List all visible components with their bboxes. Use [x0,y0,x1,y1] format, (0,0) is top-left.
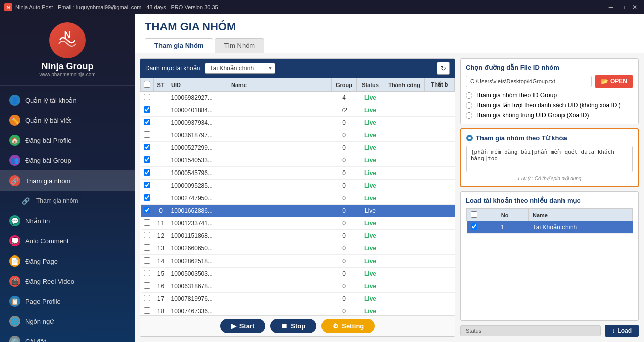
sidebar-item-dang-reel[interactable]: 🎬 Đăng Reel Video [0,271,135,291]
select-all-checkbox[interactable] [144,81,150,88]
table-row[interactable]: 11 10001233741... 0 Live [141,217,455,230]
accounts-select-all[interactable] [471,211,477,218]
row-checkbox[interactable] [144,131,150,138]
row-fail [425,167,455,180]
table-row[interactable]: 10000095285... 0 Live [141,180,455,192]
table-row[interactable]: 18 10007467336... 0 Live [141,305,455,316]
row-status: Live [357,217,384,230]
sidebar-item-cai-dat[interactable]: ⚙️ Cài đặt [0,331,135,342]
row-checkbox-cell [141,268,154,280]
row-group: 0 [332,180,357,192]
page-icon: 📄 [9,255,20,267]
keyword-textarea[interactable] [466,146,633,172]
table-row[interactable]: 12 10001151868... 0 Live [141,230,455,242]
acc-checkbox[interactable] [471,223,477,230]
account-select[interactable]: Tài Khoản chính Tài Khoản phụ [205,63,275,74]
row-checkbox[interactable] [144,169,150,176]
radio-id-group-input[interactable] [466,92,472,99]
sidebar-item-auto-comment[interactable]: 💭 Auto Comment [0,231,135,251]
sidebar-item-quan-ly-bai-viet[interactable]: ✏️ Quản lý bài viết [0,110,135,130]
row-name [228,192,332,205]
tab-tham-gia-nhom[interactable]: Tham gia Nhóm [145,38,213,53]
status-live-badge: Live [364,220,376,227]
radio-by-uid-list[interactable]: Tham gia lần lượt theo danh sách UID (kh… [466,102,633,109]
row-checkbox[interactable] [144,156,150,163]
row-success [384,154,425,167]
table-row[interactable]: 0 10001662886... 0 Live [141,205,455,217]
sidebar-item-nhan-tin[interactable]: 💬 Nhắn tin [0,211,135,231]
sidebar-item-dang-page[interactable]: 📄 Đăng Page [0,251,135,271]
row-checkbox[interactable] [144,307,150,314]
row-checkbox[interactable] [144,295,150,301]
row-checkbox[interactable] [144,106,150,113]
table-row[interactable]: 10000527299... 0 Live [141,142,455,154]
table-row[interactable]: 10003618797... 0 Live [141,129,455,142]
table-row[interactable]: 14 10002862518... 0 Live [141,255,455,268]
start-button[interactable]: ▶ Start [220,319,266,333]
row-fail [425,268,455,280]
row-name [228,167,332,180]
table-row[interactable]: 10000545796... 0 Live [141,167,455,180]
row-checkbox-cell [141,180,154,192]
row-checkbox[interactable] [144,144,150,150]
row-checkbox[interactable] [144,244,150,251]
open-file-button[interactable]: 📂 OPEN [595,75,633,88]
row-checkbox[interactable] [144,270,150,276]
row-name [228,92,332,104]
account-list-row[interactable]: 1 Tài Khoản chính [467,221,633,234]
sidebar-item-dang-bai-profile[interactable]: 🏠 Đăng bài Profile [0,130,135,150]
table-row[interactable]: 17 10007819976... 0 Live [141,293,455,305]
table-row[interactable]: 15 10005003503... 0 Live [141,268,455,280]
row-uid: 10000545796... [168,167,228,180]
setting-button[interactable]: ⚙ Setting [321,319,375,333]
sidebar-item-dang-bai-group[interactable]: 👥 Đăng bài Group [0,150,135,170]
table-row[interactable]: 10001540533... 0 Live [141,154,455,167]
table-row[interactable]: 10000937934... 0 Live [141,117,455,129]
row-checkbox[interactable] [144,119,150,125]
reel-icon: 🎬 [9,276,20,287]
row-fail [425,180,455,192]
table-row[interactable]: 16 10006318678... 0 Live [141,280,455,293]
title-text: Ninja Auto Post - Email : luquynhmai99@g… [15,4,606,10]
tab-tim-nhom[interactable]: Tìm Nhóm [215,38,265,53]
row-uid: 10007467336... [168,305,228,316]
sidebar-item-quan-ly-tai-khoan[interactable]: 👤 Quản lý tài khoản [0,90,135,110]
table-row[interactable]: 10002747950... 0 Live [141,192,455,205]
header-name: Name [228,78,332,92]
status-live-badge: Live [364,94,376,101]
sidebar-item-ngon-ngu[interactable]: 🌐 Ngôn ngữ [0,311,135,331]
row-fail [425,129,455,142]
row-checkbox[interactable] [144,207,150,213]
table-row[interactable]: 10006982927... 4 Live [141,92,455,104]
row-checkbox[interactable] [144,182,150,188]
row-uid: 10006982927... [168,92,228,104]
stop-button[interactable]: ⏹ Stop [270,319,316,333]
row-checkbox-cell [141,192,154,205]
table-footer: ▶ Start ⏹ Stop ⚙ Setting [140,315,455,336]
radio-no-dup-input[interactable] [466,112,472,119]
row-checkbox[interactable] [144,194,150,201]
load-button[interactable]: ↓ Load [605,325,639,337]
table-row[interactable]: 13 10002660650... 0 Live [141,242,455,255]
sidebar-item-tham-gia-nhom-sub[interactable]: 🔗 Tham gia nhóm [0,191,135,211]
refresh-button[interactable]: ↻ [437,62,450,75]
accounts-header-no: No [497,209,528,221]
row-checkbox[interactable] [144,232,150,238]
sidebar-item-page-profile[interactable]: 📋 Page Profile [0,291,135,311]
table-row[interactable]: 10000401884... 72 Live [141,104,455,117]
content-body: Danh mục tài khoản Tài Khoản chính Tài K… [135,53,644,342]
maximize-button[interactable]: □ [618,3,628,11]
row-checkbox[interactable] [144,94,150,100]
close-button[interactable]: ✕ [630,3,640,11]
radio-by-id-group[interactable]: Tham gia nhóm theo ID Group [466,92,633,99]
minimize-button[interactable]: ─ [606,3,616,11]
app-icon: N [4,3,12,11]
row-checkbox[interactable] [144,257,150,264]
row-checkbox[interactable] [144,219,150,226]
row-checkbox[interactable] [144,282,150,289]
file-path-input[interactable] [466,76,592,87]
sidebar-item-tham-gia-nhom[interactable]: 🔗 Tham gia nhóm [0,170,135,191]
radio-uid-list-input[interactable] [466,102,472,109]
row-name [228,293,332,305]
radio-no-dup-uid[interactable]: Tham gia không trùng UID Group (Xóa ID) [466,112,633,119]
